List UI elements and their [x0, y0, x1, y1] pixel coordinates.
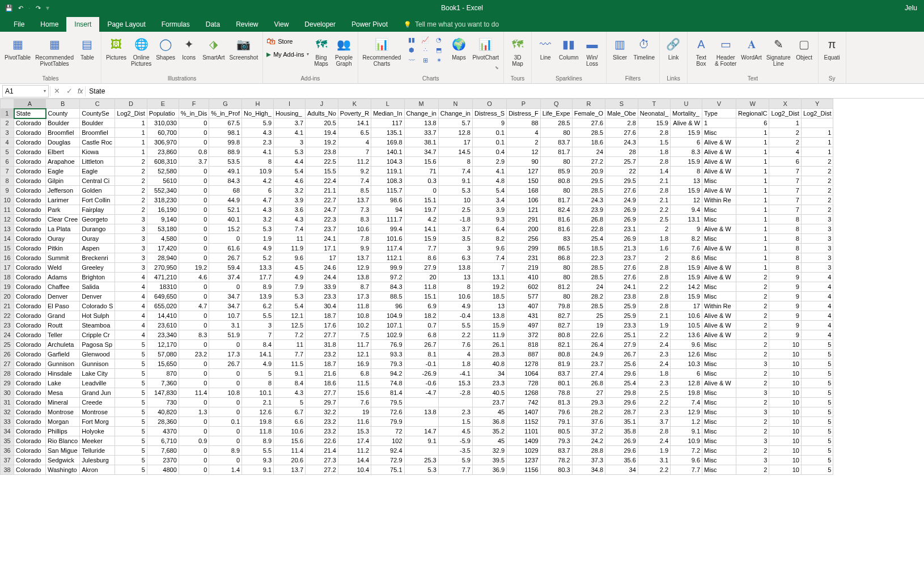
table-button[interactable]: ▤Table [77, 34, 98, 62]
cell[interactable]: 11.6 [338, 417, 371, 427]
cell[interactable]: 0 [209, 282, 242, 292]
cell[interactable]: Type [702, 109, 736, 118]
cell[interactable]: 22.3 [306, 215, 338, 224]
cell[interactable]: 13 [671, 176, 702, 186]
cell[interactable]: 8 [769, 234, 802, 244]
cell[interactable]: 12 [507, 147, 541, 157]
cell[interactable]: 3 [115, 263, 147, 273]
cell[interactable]: Colorado [14, 253, 46, 263]
cell[interactable]: 2.3 [438, 407, 472, 417]
row-header[interactable]: 9 [1, 186, 14, 196]
cell[interactable]: 13.7 [338, 253, 371, 263]
cell[interactable]: 97.2 [371, 273, 404, 282]
cell[interactable]: 10 [769, 369, 802, 379]
cell[interactable]: 10 [769, 465, 802, 475]
cell[interactable]: 655,020 [147, 301, 179, 311]
cell[interactable]: 7.4 [338, 176, 371, 186]
cell[interactable]: 5 [115, 407, 147, 417]
cell[interactable]: 6 [736, 118, 769, 128]
cell[interactable]: 80 [540, 273, 572, 282]
cell[interactable]: Georgeto [80, 215, 115, 224]
cell[interactable]: 19.8 [242, 417, 274, 427]
cell[interactable]: Sedgwick [46, 456, 80, 465]
cell[interactable]: 1.5 [438, 417, 472, 427]
row-header[interactable]: 26 [1, 350, 14, 359]
cell[interactable]: 9.6 [671, 340, 702, 350]
cell[interactable]: 99.9 [371, 263, 404, 273]
cell[interactable]: 147,830 [147, 388, 179, 398]
cell[interactable]: Mortality_ [671, 109, 702, 118]
cell[interactable]: 28.5 [572, 273, 605, 282]
cell[interactable]: Colorado [14, 138, 46, 147]
cell[interactable]: 4,580 [147, 234, 179, 244]
cell[interactable]: Misc [702, 407, 736, 417]
cell[interactable]: Aspen [80, 244, 115, 253]
cell[interactable]: 86.8 [540, 253, 572, 263]
cell[interactable]: 2 [115, 157, 147, 167]
cell[interactable]: 13.7 [274, 465, 306, 475]
cell[interactable]: 2 [115, 167, 147, 176]
cell[interactable]: Teller [46, 330, 80, 340]
cell[interactable]: 730 [147, 398, 179, 407]
cell[interactable]: 8 [438, 282, 472, 292]
cell[interactable]: 0 [179, 417, 209, 427]
row-header[interactable]: 20 [1, 292, 14, 301]
cell[interactable]: 742 [507, 398, 541, 407]
cell[interactable]: 44.9 [209, 196, 242, 205]
cell[interactable]: Gilpin [46, 176, 80, 186]
cell[interactable]: Misc [702, 128, 736, 138]
row-header[interactable]: 1 [1, 109, 14, 118]
cell[interactable]: 5 [115, 379, 147, 388]
cell[interactable]: Colorado [14, 350, 46, 359]
cell[interactable]: 1.6 [638, 244, 670, 253]
cell[interactable]: 28.2 [572, 407, 605, 417]
cell[interactable]: Gunnison [80, 359, 115, 369]
cell[interactable]: 7.5 [338, 330, 371, 340]
cell[interactable]: 5 [115, 350, 147, 359]
cell[interactable]: 18.6 [572, 138, 605, 147]
cell[interactable]: 1 [736, 186, 769, 196]
cell[interactable]: 0 [179, 379, 209, 388]
cell[interactable]: 2.8 [638, 128, 670, 138]
cell[interactable]: 25.1 [605, 330, 638, 340]
cell[interactable]: Colorado [14, 321, 46, 330]
cell[interactable]: 2 [736, 398, 769, 407]
cell[interactable]: 25.3 [404, 456, 438, 465]
store-button[interactable]: 🛍Store [266, 36, 308, 46]
cell[interactable]: 2 [736, 301, 769, 311]
cell[interactable]: 28,940 [147, 253, 179, 263]
cell[interactable]: 7 [769, 176, 802, 186]
cell[interactable]: 7.8 [338, 234, 371, 244]
row-header[interactable]: 28 [1, 369, 14, 379]
row-header[interactable]: 25 [1, 340, 14, 350]
screenshot-button[interactable]: 📷Screenshot [228, 34, 260, 62]
cell[interactable]: 3 [736, 359, 769, 369]
cell[interactable]: 8.9 [242, 282, 274, 292]
cell[interactable]: 8.1 [404, 350, 438, 359]
cell[interactable]: Colorado [14, 167, 46, 176]
cell[interactable]: Median_In [371, 109, 404, 118]
row-header[interactable]: 37 [1, 456, 14, 465]
cell[interactable]: Jefferson [46, 186, 80, 196]
cell[interactable]: 6.3 [438, 253, 472, 263]
cell[interactable]: 1 [801, 147, 833, 157]
cell[interactable]: 18.7 [306, 311, 338, 321]
cell[interactable]: 3.1 [638, 456, 670, 465]
cell[interactable]: Colorado [14, 311, 46, 321]
cell[interactable]: 2.4 [638, 436, 670, 446]
cell[interactable]: 8.2 [671, 234, 702, 244]
cell[interactable]: 10 [769, 417, 802, 427]
cell[interactable]: 608,310 [147, 157, 179, 167]
cell[interactable]: 24.9 [605, 196, 638, 205]
cell[interactable]: Rio Blanco [46, 436, 80, 446]
cell[interactable]: Colorado [14, 436, 46, 446]
cell[interactable]: 4.1 [472, 167, 506, 176]
cell[interactable]: 21.6 [306, 369, 338, 379]
cell[interactable]: 6.7 [274, 407, 306, 417]
cell[interactable]: 8.4 [242, 340, 274, 350]
cell[interactable]: 28.3 [472, 350, 506, 359]
column-header[interactable]: B [46, 99, 80, 109]
cell[interactable]: 75.1 [371, 465, 404, 475]
cell[interactable]: 32.2 [306, 407, 338, 417]
cell[interactable]: 1.9 [638, 446, 670, 456]
